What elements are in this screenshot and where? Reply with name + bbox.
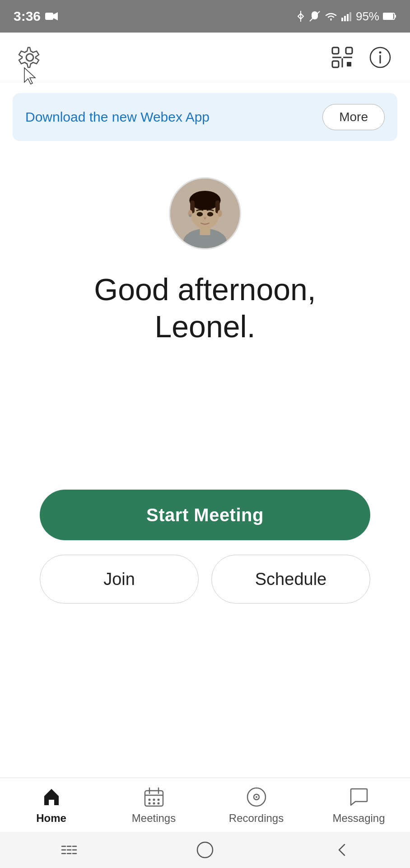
svg-point-37	[148, 798, 150, 801]
svg-point-29	[218, 210, 222, 217]
nav-home[interactable]: Home	[15, 786, 88, 825]
svg-point-40	[148, 802, 150, 804]
svg-point-42	[157, 802, 159, 804]
system-nav	[0, 832, 410, 868]
scan-icon	[331, 46, 354, 69]
app-bar-right	[329, 44, 394, 71]
recent-apps-icon	[59, 842, 77, 858]
nav-messaging[interactable]: Messaging	[323, 786, 395, 825]
svg-point-41	[153, 802, 155, 804]
nav-home-label: Home	[36, 812, 66, 825]
svg-rect-17	[347, 62, 351, 66]
start-meeting-button[interactable]: Start Meeting	[40, 490, 370, 540]
status-right: 95%	[296, 9, 396, 24]
signal-icon	[341, 11, 352, 21]
svg-point-20	[379, 51, 382, 53]
messaging-icon	[348, 786, 370, 808]
join-button[interactable]: Join	[40, 555, 199, 604]
bottom-nav: Home Meetings	[0, 778, 410, 832]
recordings-icon-svg	[246, 786, 267, 808]
svg-point-10	[26, 54, 33, 61]
nav-messaging-label: Messaging	[332, 812, 385, 825]
schedule-button[interactable]: Schedule	[211, 555, 370, 604]
svg-rect-0	[45, 13, 53, 20]
back-button[interactable]	[328, 836, 355, 863]
messaging-icon-svg	[348, 786, 370, 808]
back-icon	[334, 842, 350, 858]
nav-meetings[interactable]: Meetings	[118, 786, 190, 825]
svg-point-55	[197, 842, 213, 858]
svg-rect-4	[344, 16, 346, 21]
info-button[interactable]	[367, 44, 394, 71]
meetings-icon-svg	[143, 786, 165, 808]
download-banner: Download the new Webex App More	[13, 93, 397, 141]
greeting-line2: Leonel.	[154, 309, 255, 344]
action-buttons: Start Meeting Join Schedule	[0, 490, 410, 631]
svg-point-38	[153, 798, 155, 801]
app-bar	[0, 33, 410, 82]
status-bar: 3:36 95%	[0, 0, 410, 33]
home-icon	[40, 786, 63, 808]
bluetooth-icon	[296, 10, 305, 23]
svg-rect-5	[347, 14, 349, 21]
svg-rect-3	[341, 18, 343, 21]
svg-point-39	[157, 798, 159, 801]
svg-rect-12	[346, 47, 352, 54]
avatar-image	[170, 177, 240, 250]
svg-rect-6	[349, 12, 351, 21]
home-system-icon	[196, 841, 214, 859]
gear-icon	[18, 46, 42, 69]
nav-recordings[interactable]: Recordings	[220, 786, 293, 825]
recordings-icon	[245, 786, 268, 808]
video-call-icon	[45, 11, 59, 21]
settings-button[interactable]	[16, 44, 43, 71]
battery-percent: 95%	[356, 9, 379, 24]
svg-rect-8	[383, 14, 393, 19]
greeting: Good afternoon, Leonel.	[76, 271, 334, 345]
recent-apps-button[interactable]	[55, 836, 82, 863]
avatar	[169, 177, 241, 250]
svg-point-31	[197, 212, 203, 217]
meetings-icon	[143, 786, 165, 808]
status-left: 3:36	[14, 9, 59, 24]
svg-point-32	[207, 212, 213, 217]
nav-meetings-label: Meetings	[132, 812, 176, 825]
svg-marker-1	[53, 12, 58, 20]
svg-rect-11	[332, 47, 339, 54]
app-bar-left	[16, 44, 43, 71]
home-icon-svg	[41, 786, 62, 808]
home-system-button[interactable]	[191, 836, 219, 863]
secondary-buttons: Join Schedule	[40, 555, 370, 604]
svg-rect-9	[395, 15, 396, 18]
battery-icon	[383, 12, 396, 20]
greeting-line1: Good afternoon,	[94, 272, 316, 307]
svg-rect-13	[332, 61, 339, 67]
wifi-icon	[324, 11, 338, 22]
svg-point-30	[189, 214, 191, 217]
svg-point-45	[256, 796, 257, 798]
info-icon	[368, 46, 392, 69]
scan-button[interactable]	[329, 44, 356, 71]
main-content: Good afternoon, Leonel. Start Meeting Jo…	[0, 141, 410, 631]
status-time: 3:36	[14, 9, 41, 24]
banner-more-button[interactable]: More	[322, 104, 385, 130]
nav-recordings-label: Recordings	[229, 812, 284, 825]
banner-text: Download the new Webex App	[25, 109, 210, 125]
mute-icon	[309, 10, 321, 22]
